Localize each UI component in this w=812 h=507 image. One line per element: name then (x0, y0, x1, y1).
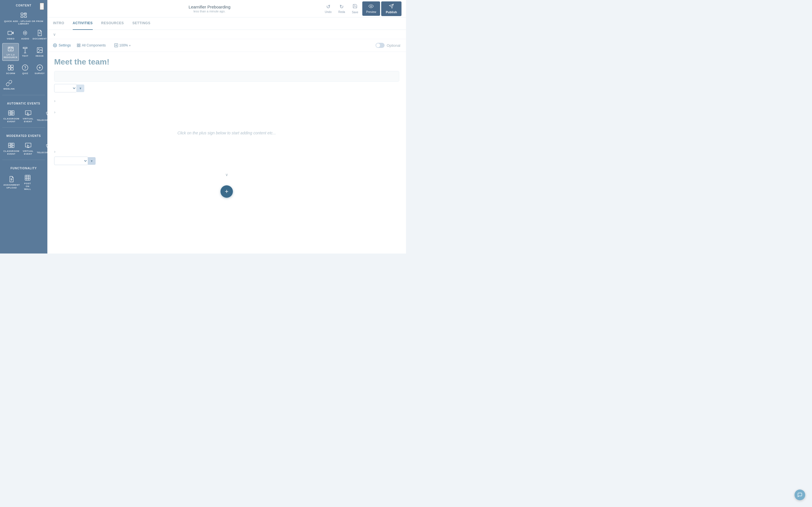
sidebar-item-classroom-event-mod[interactable]: CLASSROOM EVENT (2, 140, 20, 157)
svg-rect-19 (11, 65, 13, 67)
publish-icon (389, 4, 394, 10)
redo-icon: ↻ (340, 4, 344, 10)
divider-3 (2, 160, 45, 160)
sidebar-item-teleconference-auto[interactable]: TELECONFERENCE (36, 107, 47, 124)
publish-button[interactable]: Publish (381, 1, 402, 16)
sidebar-item-quick-add[interactable]: QUICK ADD - UPLOAD OR FROM LIBRARY (0, 9, 47, 27)
preview-icon (368, 4, 373, 10)
main-area: Learnifier Preboarding less than a minut… (47, 0, 406, 253)
sidebar-item-classroom-event-auto[interactable]: CLASSROOM EVENT (2, 107, 20, 124)
zoom-icon (114, 43, 118, 47)
undo-button[interactable]: ↺ Undo (322, 2, 335, 15)
sidebar-item-audio[interactable]: AUDIO (20, 27, 30, 42)
tabs-bar: INTRO ACTIVITIES RESOURCES SETTINGS (47, 17, 406, 30)
zoom-button[interactable]: 100% ▾ (112, 42, 133, 49)
sidebar-item-document[interactable]: DOCUMENT (32, 27, 47, 42)
document-icon (36, 30, 43, 36)
preview-button[interactable]: Preview (362, 1, 380, 16)
svg-rect-6 (8, 31, 12, 35)
chevron-right-1: › (54, 99, 56, 103)
close-button[interactable]: × (40, 3, 44, 10)
text-label: TEXT (22, 55, 28, 57)
scorm-icon (7, 64, 14, 71)
redo-button[interactable]: ↻ Reda (336, 2, 348, 15)
plus-btn-container: + (215, 180, 239, 203)
dropdown-arrow-button[interactable]: ▾ (77, 84, 84, 92)
classroom-event-auto-label: CLASSROOM EVENT (3, 117, 19, 123)
optional-area: Optional (375, 43, 400, 48)
optional-label: Optional (387, 43, 400, 48)
svg-rect-49 (79, 44, 80, 45)
topbar-actions: ↺ Undo ↻ Reda Save (322, 1, 402, 16)
svg-rect-2 (21, 16, 23, 17)
svg-rect-20 (8, 68, 10, 70)
undo-label: Undo (325, 10, 332, 13)
chevron-right-3: › (54, 149, 56, 154)
tab-intro[interactable]: INTRO (53, 17, 64, 30)
sidebar-item-video[interactable]: VIDEO (2, 27, 19, 42)
classroom-event-mod-label: CLASSROOM EVENT (3, 150, 19, 155)
section-label-mod-events: MODERATED EVENTS (0, 130, 47, 140)
sidebar-item-survey[interactable]: SURVEY (32, 62, 47, 76)
sidebar-item-quiz[interactable]: QUIZ (20, 62, 30, 76)
lesson-block-1 (54, 71, 399, 82)
tab-activities[interactable]: ACTIVITIES (73, 17, 93, 30)
svg-point-34 (11, 144, 12, 145)
assignment-upload-label: ASSIGNMENT UPLOAD (3, 184, 20, 189)
sidebar-item-post-on-wall[interactable]: POST ON WALL (22, 172, 33, 192)
quick-add-icon (20, 12, 27, 19)
save-label: Save (352, 11, 358, 14)
page-title: Learnifier Preboarding (189, 4, 231, 9)
settings-button[interactable]: Settings (53, 43, 71, 47)
sidebar-item-weblink[interactable]: WEBLINK (2, 77, 16, 92)
sidebar-item-virtual-event-mod[interactable]: VIRTUAL EVENT (22, 140, 35, 157)
sidebar-item-lti-resource[interactable]: LTI 1.3 RESOURCE (2, 43, 19, 61)
settings-label: Settings (59, 43, 71, 47)
lesson-title: Meet the team! (54, 57, 399, 66)
svg-rect-21 (11, 68, 13, 70)
bottom-dropdown-arrow[interactable]: ▾ (88, 157, 96, 165)
section-label-auto-events: AUTOMATIC EVENTS (0, 98, 47, 107)
sidebar-item-assignment-upload[interactable]: ASSIGNMENT UPLOAD (2, 172, 21, 192)
optional-toggle[interactable] (375, 43, 385, 48)
preview-label: Preview (366, 10, 376, 13)
redo-label: Reda (338, 10, 345, 13)
svg-point-45 (370, 6, 372, 7)
collapse-chevron-bottom[interactable]: ∨ (222, 170, 231, 180)
collapsed-row-1[interactable]: › (54, 96, 399, 106)
audio-icon (22, 30, 29, 36)
svg-rect-18 (8, 65, 10, 67)
sidebar-item-virtual-event-auto[interactable]: VIRTUAL EVENT (22, 107, 35, 124)
survey-label: SURVEY (35, 72, 45, 75)
svg-point-28 (11, 111, 12, 112)
collapsed-row-2[interactable]: › (54, 107, 399, 117)
sidebar: × CONTENT QUICK ADD - UPLOAD OR FROM LIB… (0, 0, 47, 253)
audio-label: AUDIO (21, 38, 29, 40)
svg-rect-36 (26, 143, 31, 147)
save-button[interactable]: Save (349, 2, 361, 15)
svg-rect-48 (77, 44, 79, 45)
filter-button[interactable]: All Components (74, 42, 108, 49)
sidebar-item-text[interactable]: TEXT (20, 43, 30, 61)
assignment-upload-icon (8, 176, 15, 182)
collapse-chevron-top[interactable]: ∨ (53, 32, 56, 37)
component-dropdown[interactable] (54, 84, 77, 93)
sidebar-item-scorm[interactable]: SCORM (2, 62, 19, 76)
quick-add-label: QUICK ADD - UPLOAD OR FROM LIBRARY (2, 20, 45, 25)
tab-settings[interactable]: SETTINGS (132, 17, 150, 30)
divider-2 (2, 127, 45, 128)
add-content-button[interactable]: + (220, 185, 233, 198)
sidebar-item-image[interactable]: IMAGE (32, 43, 47, 61)
image-label: IMAGE (36, 55, 44, 57)
lti-resource-icon (7, 46, 14, 52)
weblink-icon (6, 80, 12, 87)
collapsed-row-3[interactable]: › (54, 147, 56, 157)
bottom-dropdown[interactable] (54, 157, 88, 165)
title-area: Learnifier Preboarding less than a minut… (97, 4, 322, 13)
sidebar-item-teleconference-mod[interactable]: TELECONFERENCE (36, 140, 47, 157)
filter-icon (77, 43, 81, 47)
zoom-label: 100% (119, 43, 128, 47)
weblink-grid: WEBLINK (0, 76, 47, 92)
tab-resources[interactable]: RESOURCES (101, 17, 124, 30)
classroom-event-mod-icon (8, 142, 15, 149)
